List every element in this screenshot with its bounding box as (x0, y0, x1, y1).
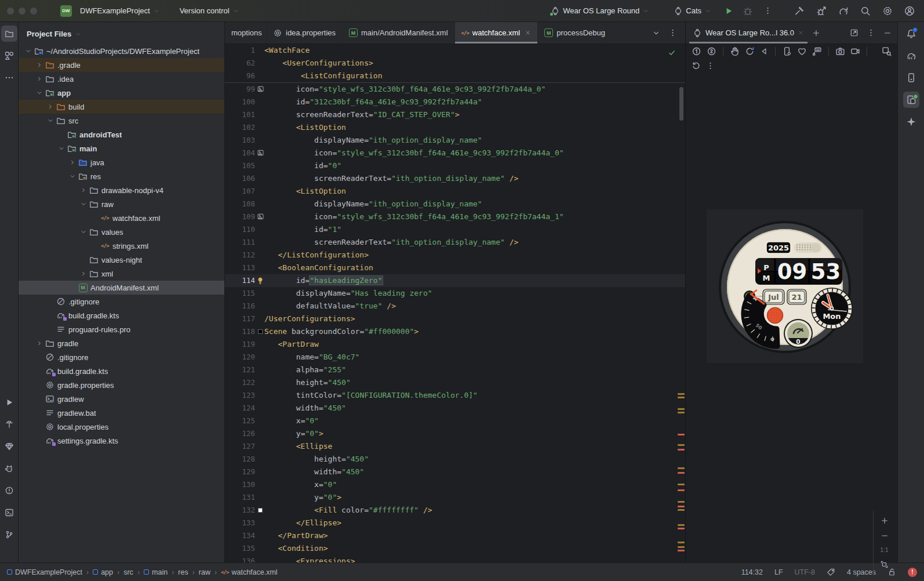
code-line-129[interactable]: 129 width="450" (225, 466, 685, 478)
tree-item-.gitignore[interactable]: .gitignore (19, 350, 224, 364)
chevron-right-icon[interactable] (34, 61, 44, 68)
chevron-right-icon[interactable] (34, 340, 44, 347)
code-line-132[interactable]: 132 <Fill color="#ffffffff" /> (225, 504, 685, 517)
device-options-button[interactable] (867, 28, 875, 37)
error-stripe-mark[interactable] (678, 550, 685, 551)
device-manager-tool-button[interactable] (903, 70, 919, 86)
code-line-111[interactable]: 111 screenReaderText="ith_option_display… (225, 236, 685, 249)
device-selector[interactable]: Wear OS Large Round (547, 4, 653, 18)
code-line-99[interactable]: 99 icon="style_wfs_312c30bf_f64a_461e_9c… (225, 83, 685, 96)
code-line-115[interactable]: 115 displayName="Has leading zero" (225, 287, 685, 300)
circle-1-button[interactable] (692, 46, 701, 56)
editor-tab-idea.properties[interactable]: idea.properties (267, 22, 343, 43)
code-line-112[interactable]: 112 </ListConfiguration> (225, 249, 685, 262)
chevron-down-icon[interactable] (67, 173, 77, 180)
code-line-110[interactable]: 110 id="1" (225, 223, 685, 236)
tree-item-values-night[interactable]: values-night (19, 253, 224, 267)
minimize-window-button[interactable] (19, 8, 26, 14)
zoom-in-button[interactable] (881, 514, 889, 527)
close-device-tab-icon[interactable] (798, 30, 804, 36)
device-tab[interactable]: Wear OS Large Ro...l 36.0 (692, 22, 805, 43)
project-tool-button[interactable] (1, 26, 17, 42)
version-control-tool-button[interactable] (1, 526, 17, 543)
error-stripe-mark[interactable] (678, 444, 685, 446)
tree-item-java[interactable]: java (19, 155, 224, 169)
code-line-126[interactable]: 126 y="0"> (225, 427, 685, 440)
error-stripe-mark[interactable] (678, 501, 685, 503)
error-stripe-mark[interactable] (678, 509, 685, 511)
chevron-down-icon[interactable] (23, 48, 33, 55)
chevron-right-icon[interactable] (34, 75, 44, 82)
tree-item-strings.xml[interactable]: </>strings.xml (19, 239, 224, 253)
vcs-widget[interactable]: Version control (176, 4, 243, 17)
code-line-123[interactable]: 123 tintColor="[CONFIGURATION.themeColor… (225, 389, 685, 402)
account-button[interactable] (904, 6, 915, 16)
chevron-down-icon[interactable] (78, 201, 88, 208)
tree-item-gradle.properties[interactable]: gradle.properties (19, 378, 224, 392)
notifications-button[interactable] (903, 26, 919, 42)
more-tools-button[interactable] (1, 70, 17, 86)
unlock-icon[interactable] (887, 568, 896, 576)
hide-panel-button[interactable] (883, 29, 892, 37)
project-selector[interactable]: DWFExampleProject (77, 4, 163, 17)
code-line-135[interactable]: 135 <Condition> (225, 542, 685, 555)
gemini-tool-button[interactable] (903, 114, 919, 130)
error-stripe-mark[interactable] (678, 528, 685, 529)
chevron-right-icon[interactable] (67, 159, 77, 166)
add-device-button[interactable] (812, 29, 820, 37)
code-line-117[interactable]: 117/UserConfigurations> (225, 313, 685, 325)
profiler-button[interactable] (816, 6, 827, 16)
img-gutter-icon[interactable] (257, 85, 264, 93)
project-view-selector[interactable]: Project Files (19, 22, 224, 44)
close-tab-icon[interactable] (525, 30, 531, 36)
error-stripe-mark[interactable] (678, 506, 685, 507)
error-stripe-mark[interactable] (678, 449, 685, 451)
tree-item-xml[interactable]: xml (19, 267, 224, 281)
encoding-indicator[interactable]: UTF-8 (795, 568, 815, 576)
bulb-gutter-icon[interactable] (256, 277, 264, 285)
zoom-out-button[interactable] (881, 529, 889, 542)
breadcrumb-main[interactable]: main (144, 568, 168, 576)
heart-button[interactable] (797, 46, 807, 56)
line-ending-indicator[interactable]: LF (774, 568, 783, 576)
build-button[interactable] (794, 6, 805, 16)
device-screen[interactable]: 2025 P M 09 53 (686, 72, 897, 562)
code-line-124[interactable]: 124 width="450" (225, 402, 685, 415)
code-line-108[interactable]: 108 displayName="ith_option_display_name… (225, 198, 685, 210)
chevron-right-icon[interactable] (78, 187, 88, 194)
code-line-128[interactable]: 128 height="450" (225, 453, 685, 466)
error-indicator[interactable]: ! (908, 568, 917, 577)
tree-item-main[interactable]: main (19, 141, 224, 155)
code-line-120[interactable]: 120 name="BG_40c7" (225, 351, 685, 364)
chevron-down-icon[interactable] (45, 117, 55, 124)
tree-item-proguard-rules.pro[interactable]: proguard-rules.pro (19, 322, 224, 336)
code-line-103[interactable]: 103 displayName="ith_option_display_name… (225, 134, 685, 147)
tree-item-.idea[interactable]: .idea (19, 72, 224, 86)
code-line-114[interactable]: 114 id="hasLeadingZero" (225, 274, 685, 287)
chevron-right-icon[interactable] (78, 270, 88, 277)
close-window-button[interactable] (7, 8, 14, 14)
breadcrumb-res[interactable]: res (178, 568, 188, 576)
code-line-119[interactable]: 119 <PartDraw (225, 338, 685, 351)
sticky-line-1[interactable]: 1<WatchFace (225, 44, 685, 57)
code-line-134[interactable]: 134 </PartDraw> (225, 529, 685, 542)
code-line-113[interactable]: 113 <BooleanConfiguration (225, 262, 685, 274)
tree-item-gradle[interactable]: gradle (19, 336, 224, 350)
error-stripe-mark[interactable] (678, 542, 685, 543)
tree-item-.gitignore[interactable]: .gitignore (19, 295, 224, 308)
error-stripe-mark[interactable] (678, 524, 685, 526)
debug-button[interactable] (743, 6, 753, 16)
breadcrumb-raw[interactable]: raw (199, 568, 210, 576)
gradle-tool-button[interactable] (903, 48, 919, 64)
chevron-down-icon[interactable] (56, 145, 66, 152)
breadcrumb-app[interactable]: app (93, 568, 113, 576)
editor-tab-watchface.xml[interactable]: </>watchface.xml (455, 22, 539, 43)
code-line-107[interactable]: 107 <ListOption (225, 185, 685, 198)
kebab-button[interactable] (706, 61, 715, 70)
code-line-101[interactable]: 101 screenReaderText="ID_CAT_STEP_OVER"> (225, 108, 685, 121)
tree-item-watchface.xml[interactable]: </>watchface.xml (19, 211, 224, 225)
sync-project-button[interactable] (838, 6, 849, 16)
code-line-131[interactable]: 131 y="0"> (225, 491, 685, 504)
rotate-button[interactable] (745, 46, 755, 56)
img-gutter-icon[interactable] (257, 149, 264, 157)
